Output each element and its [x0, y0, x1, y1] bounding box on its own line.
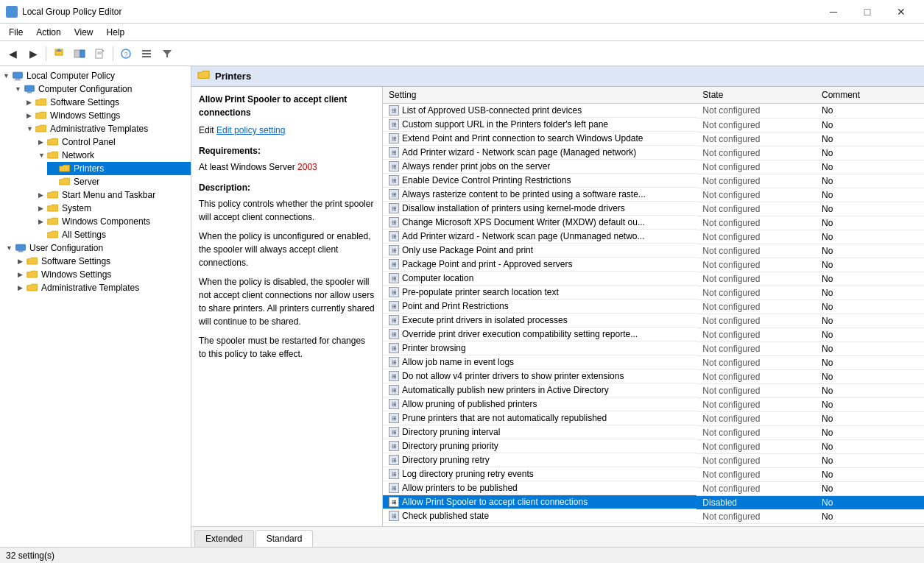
table-row[interactable]: ⊞Pre-populate printer search location te…: [383, 286, 924, 300]
computer-config-node[interactable]: ▼ Computer Configuration: [12, 82, 191, 96]
table-row[interactable]: ⊞Add Printer wizard - Network scan page …: [383, 230, 924, 244]
forward-button[interactable]: ▶: [24, 44, 43, 63]
wincomp-node[interactable]: ▶ Windows Components: [35, 215, 191, 228]
software-settings-node[interactable]: ▶ Software Settings: [24, 96, 191, 109]
cell-state: Not configured: [696, 202, 816, 216]
show-hide-button[interactable]: [70, 44, 89, 63]
table-row[interactable]: ⊞Disallow installation of printers using…: [383, 202, 924, 216]
setting-name: Allow printers to be published: [402, 483, 518, 493]
admin-templates-node[interactable]: ▼ Administrative Templates: [24, 122, 191, 135]
folder-icon-sys: [47, 204, 59, 213]
cell-state: Not configured: [696, 509, 816, 523]
table-row[interactable]: ⊞Do not allow v4 printer drivers to show…: [383, 369, 924, 383]
table-row[interactable]: ⊞Check published stateNot configuredNo: [383, 509, 924, 523]
table-row[interactable]: ⊞Directory pruning retryNot configuredNo: [383, 453, 924, 467]
tree-root[interactable]: ▼ Local Computer Policy: [0, 69, 191, 82]
startmenu-node[interactable]: ▶ Start Menu and Taskbar: [35, 188, 191, 202]
cell-state: Not configured: [696, 174, 816, 188]
table-row[interactable]: ⊞Printer browsingNot configuredNo: [383, 341, 924, 355]
table-row[interactable]: ⊞Prune printers that are not automatical…: [383, 411, 924, 425]
cell-state: Not configured: [696, 327, 816, 341]
cell-state: Not configured: [696, 425, 816, 439]
printers-node[interactable]: Printers: [47, 162, 191, 175]
table-row[interactable]: ⊞Add Printer wizard - Network scan page …: [383, 146, 924, 160]
maximize-button[interactable]: □: [850, 3, 884, 21]
table-row[interactable]: ⊞Log directory pruning retry eventsNot c…: [383, 467, 924, 481]
table-row[interactable]: ⊞Enable Device Control Printing Restrict…: [383, 174, 924, 188]
table-row[interactable]: ⊞Point and Print RestrictionsNot configu…: [383, 300, 924, 314]
back-button[interactable]: ◀: [3, 44, 22, 63]
policy-icon: ⊞: [389, 315, 399, 325]
minimize-button[interactable]: ─: [817, 3, 850, 21]
setting-name: Override print driver execution compatib…: [402, 329, 638, 339]
setting-name: Only use Package Point and print: [402, 245, 533, 255]
policy-icon: ⊞: [389, 483, 399, 493]
folder-icon-uws: [27, 270, 38, 279]
cell-comment: No: [816, 453, 924, 467]
table-row[interactable]: ⊞Automatically publish new printers in A…: [383, 383, 924, 397]
table-row[interactable]: ⊞Override print driver execution compati…: [383, 327, 924, 341]
up-button[interactable]: [49, 44, 68, 63]
table-row[interactable]: ⊞Directory pruning priorityNot configure…: [383, 439, 924, 453]
table-row[interactable]: ⊞Extend Point and Print connection to se…: [383, 132, 924, 146]
cell-setting: ⊞Package Point and print - Approved serv…: [383, 258, 696, 272]
cell-setting: ⊞Only use Package Point and print: [383, 244, 696, 258]
cell-state: Not configured: [696, 467, 816, 481]
export-button[interactable]: [91, 44, 110, 63]
setting-name: Always render print jobs on the server: [402, 161, 550, 171]
windows-settings-cc-node[interactable]: ▶ Windows Settings: [24, 109, 191, 122]
table-row[interactable]: ⊞Change Microsoft XPS Document Writer (M…: [383, 216, 924, 230]
table-row[interactable]: ⊞Always render print jobs on the serverN…: [383, 160, 924, 174]
network-node[interactable]: ▼ Network: [35, 149, 191, 162]
policy-icon: ⊞: [389, 511, 399, 521]
allsettings-node[interactable]: All Settings: [35, 228, 191, 241]
help-button[interactable]: ?: [116, 44, 135, 63]
table-row[interactable]: ⊞Always rasterize content to be printed …: [383, 188, 924, 202]
menu-view[interactable]: View: [68, 26, 99, 39]
setting-name: Allow pruning of published printers: [402, 399, 537, 409]
user-config-node[interactable]: ▼ User Configuration: [3, 241, 191, 255]
cell-setting: ⊞Change Microsoft XPS Document Writer (M…: [383, 216, 696, 230]
menu-file[interactable]: File: [3, 26, 29, 39]
table-row[interactable]: ⊞Custom support URL in the Printers fold…: [383, 118, 924, 132]
tab-standard[interactable]: Standard: [255, 530, 314, 547]
folder-icon-ss: [35, 98, 47, 107]
table-row[interactable]: ⊞Package Point and print - Approved serv…: [383, 258, 924, 272]
setting-name: Extend Point and Print connection to sea…: [402, 133, 643, 144]
control-panel-node[interactable]: ▶ Control Panel: [35, 135, 191, 149]
table-row[interactable]: ⊞Allow Print Spooler to accept client co…: [383, 495, 924, 509]
tab-extended[interactable]: Extended: [194, 530, 254, 547]
menu-help[interactable]: Help: [101, 26, 131, 39]
table-row[interactable]: ⊞Allow job name in event logsNot configu…: [383, 355, 924, 369]
server-node[interactable]: Server: [47, 175, 191, 188]
table-row[interactable]: ⊞Allow printers to be publishedNot confi…: [383, 481, 924, 495]
table-row[interactable]: ⊞Allow pruning of published printersNot …: [383, 397, 924, 411]
user-ss-node[interactable]: ▶ Software Settings: [15, 255, 191, 268]
view-list-button[interactable]: [137, 44, 156, 63]
cell-state: Not configured: [696, 216, 816, 230]
setting-name: Point and Print Restrictions: [402, 301, 509, 311]
menu-action[interactable]: Action: [30, 26, 66, 39]
policy-icon: ⊞: [389, 399, 399, 409]
cell-comment: No: [816, 104, 924, 118]
uc-label: User Configuration: [29, 243, 103, 253]
policy-icon: ⊞: [389, 161, 399, 171]
table-row[interactable]: ⊞Execute print drivers in isolated proce…: [383, 314, 924, 327]
table-row[interactable]: ⊞Computer locationNot configuredNo: [383, 272, 924, 286]
cell-state: Not configured: [696, 146, 816, 160]
policy-icon: ⊞: [389, 343, 399, 353]
filter-button[interactable]: [158, 44, 177, 63]
desc-edit-link[interactable]: Edit policy setting: [216, 125, 285, 135]
user-ws-node[interactable]: ▶ Windows Settings: [15, 268, 191, 281]
req-value: At least Windows Server 2003: [199, 160, 375, 174]
cell-state: Not configured: [696, 300, 816, 314]
table-row[interactable]: ⊞Only use Package Point and printNot con…: [383, 244, 924, 258]
desc-description: Description: This policy controls whethe…: [199, 181, 375, 361]
table-row[interactable]: ⊞List of Approved USB-connected print de…: [383, 104, 924, 118]
policy-icon: ⊞: [389, 455, 399, 465]
close-button[interactable]: ✕: [884, 3, 918, 21]
system-node[interactable]: ▶ System: [35, 202, 191, 215]
policy-icon: ⊞: [389, 385, 399, 395]
user-at-node[interactable]: ▶ Administrative Templates: [15, 281, 191, 294]
table-row[interactable]: ⊞Directory pruning intervalNot configure…: [383, 425, 924, 439]
